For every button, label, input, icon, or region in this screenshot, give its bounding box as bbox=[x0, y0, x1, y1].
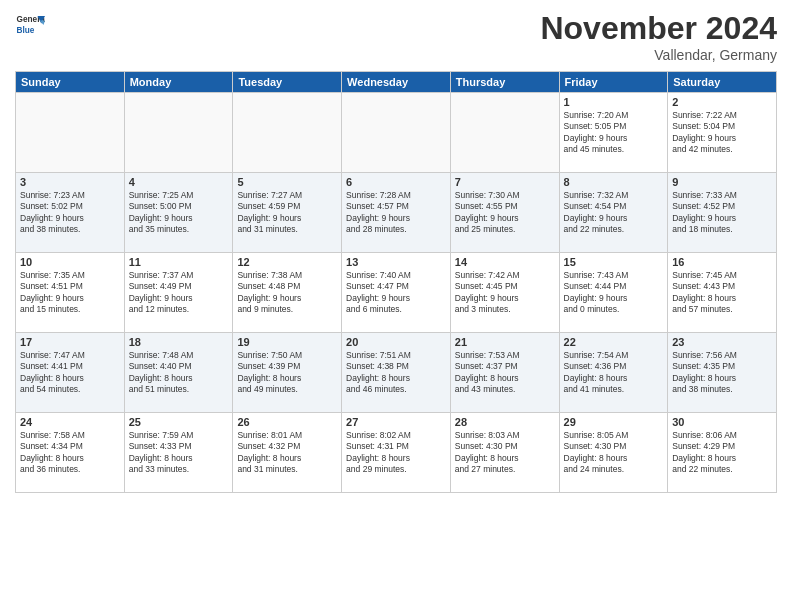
day-info: Sunrise: 7:56 AMSunset: 4:35 PMDaylight:… bbox=[672, 350, 772, 396]
calendar-day bbox=[16, 93, 125, 173]
day-info: Sunrise: 7:33 AMSunset: 4:52 PMDaylight:… bbox=[672, 190, 772, 236]
day-number: 12 bbox=[237, 256, 337, 268]
calendar-day: 13Sunrise: 7:40 AMSunset: 4:47 PMDayligh… bbox=[342, 253, 451, 333]
calendar-day bbox=[233, 93, 342, 173]
calendar-day: 26Sunrise: 8:01 AMSunset: 4:32 PMDayligh… bbox=[233, 413, 342, 493]
weekday-header-friday: Friday bbox=[559, 72, 668, 93]
day-number: 5 bbox=[237, 176, 337, 188]
calendar-day bbox=[342, 93, 451, 173]
calendar-day: 8Sunrise: 7:32 AMSunset: 4:54 PMDaylight… bbox=[559, 173, 668, 253]
svg-text:Blue: Blue bbox=[17, 26, 35, 35]
day-info: Sunrise: 8:05 AMSunset: 4:30 PMDaylight:… bbox=[564, 430, 664, 476]
day-info: Sunrise: 7:48 AMSunset: 4:40 PMDaylight:… bbox=[129, 350, 229, 396]
day-number: 8 bbox=[564, 176, 664, 188]
day-number: 15 bbox=[564, 256, 664, 268]
day-info: Sunrise: 7:47 AMSunset: 4:41 PMDaylight:… bbox=[20, 350, 120, 396]
day-info: Sunrise: 7:35 AMSunset: 4:51 PMDaylight:… bbox=[20, 270, 120, 316]
day-number: 14 bbox=[455, 256, 555, 268]
logo: General Blue bbox=[15, 10, 45, 40]
calendar-week-5: 24Sunrise: 7:58 AMSunset: 4:34 PMDayligh… bbox=[16, 413, 777, 493]
day-number: 6 bbox=[346, 176, 446, 188]
day-number: 22 bbox=[564, 336, 664, 348]
day-number: 10 bbox=[20, 256, 120, 268]
day-info: Sunrise: 7:50 AMSunset: 4:39 PMDaylight:… bbox=[237, 350, 337, 396]
calendar-day: 1Sunrise: 7:20 AMSunset: 5:05 PMDaylight… bbox=[559, 93, 668, 173]
day-info: Sunrise: 7:28 AMSunset: 4:57 PMDaylight:… bbox=[346, 190, 446, 236]
calendar-day: 21Sunrise: 7:53 AMSunset: 4:37 PMDayligh… bbox=[450, 333, 559, 413]
day-info: Sunrise: 7:38 AMSunset: 4:48 PMDaylight:… bbox=[237, 270, 337, 316]
calendar: SundayMondayTuesdayWednesdayThursdayFrid… bbox=[15, 71, 777, 493]
calendar-day: 23Sunrise: 7:56 AMSunset: 4:35 PMDayligh… bbox=[668, 333, 777, 413]
month-title: November 2024 bbox=[540, 10, 777, 47]
calendar-day: 28Sunrise: 8:03 AMSunset: 4:30 PMDayligh… bbox=[450, 413, 559, 493]
calendar-day: 25Sunrise: 7:59 AMSunset: 4:33 PMDayligh… bbox=[124, 413, 233, 493]
weekday-header-tuesday: Tuesday bbox=[233, 72, 342, 93]
calendar-day: 14Sunrise: 7:42 AMSunset: 4:45 PMDayligh… bbox=[450, 253, 559, 333]
day-info: Sunrise: 8:01 AMSunset: 4:32 PMDaylight:… bbox=[237, 430, 337, 476]
day-number: 1 bbox=[564, 96, 664, 108]
calendar-day: 30Sunrise: 8:06 AMSunset: 4:29 PMDayligh… bbox=[668, 413, 777, 493]
day-number: 2 bbox=[672, 96, 772, 108]
day-info: Sunrise: 7:40 AMSunset: 4:47 PMDaylight:… bbox=[346, 270, 446, 316]
header: General Blue November 2024 Vallendar, Ge… bbox=[15, 10, 777, 63]
day-info: Sunrise: 7:54 AMSunset: 4:36 PMDaylight:… bbox=[564, 350, 664, 396]
calendar-week-2: 3Sunrise: 7:23 AMSunset: 5:02 PMDaylight… bbox=[16, 173, 777, 253]
calendar-day: 12Sunrise: 7:38 AMSunset: 4:48 PMDayligh… bbox=[233, 253, 342, 333]
calendar-day bbox=[450, 93, 559, 173]
calendar-day: 2Sunrise: 7:22 AMSunset: 5:04 PMDaylight… bbox=[668, 93, 777, 173]
day-number: 9 bbox=[672, 176, 772, 188]
weekday-header-sunday: Sunday bbox=[16, 72, 125, 93]
day-info: Sunrise: 8:02 AMSunset: 4:31 PMDaylight:… bbox=[346, 430, 446, 476]
day-number: 26 bbox=[237, 416, 337, 428]
day-info: Sunrise: 8:06 AMSunset: 4:29 PMDaylight:… bbox=[672, 430, 772, 476]
day-number: 4 bbox=[129, 176, 229, 188]
calendar-day bbox=[124, 93, 233, 173]
weekday-header-thursday: Thursday bbox=[450, 72, 559, 93]
calendar-day: 11Sunrise: 7:37 AMSunset: 4:49 PMDayligh… bbox=[124, 253, 233, 333]
day-info: Sunrise: 7:53 AMSunset: 4:37 PMDaylight:… bbox=[455, 350, 555, 396]
day-info: Sunrise: 8:03 AMSunset: 4:30 PMDaylight:… bbox=[455, 430, 555, 476]
calendar-day: 22Sunrise: 7:54 AMSunset: 4:36 PMDayligh… bbox=[559, 333, 668, 413]
calendar-day: 27Sunrise: 8:02 AMSunset: 4:31 PMDayligh… bbox=[342, 413, 451, 493]
day-info: Sunrise: 7:45 AMSunset: 4:43 PMDaylight:… bbox=[672, 270, 772, 316]
day-info: Sunrise: 7:51 AMSunset: 4:38 PMDaylight:… bbox=[346, 350, 446, 396]
day-info: Sunrise: 7:27 AMSunset: 4:59 PMDaylight:… bbox=[237, 190, 337, 236]
calendar-week-1: 1Sunrise: 7:20 AMSunset: 5:05 PMDaylight… bbox=[16, 93, 777, 173]
day-number: 29 bbox=[564, 416, 664, 428]
calendar-day: 20Sunrise: 7:51 AMSunset: 4:38 PMDayligh… bbox=[342, 333, 451, 413]
day-info: Sunrise: 7:20 AMSunset: 5:05 PMDaylight:… bbox=[564, 110, 664, 156]
day-info: Sunrise: 7:32 AMSunset: 4:54 PMDaylight:… bbox=[564, 190, 664, 236]
calendar-day: 5Sunrise: 7:27 AMSunset: 4:59 PMDaylight… bbox=[233, 173, 342, 253]
calendar-day: 15Sunrise: 7:43 AMSunset: 4:44 PMDayligh… bbox=[559, 253, 668, 333]
day-info: Sunrise: 7:30 AMSunset: 4:55 PMDaylight:… bbox=[455, 190, 555, 236]
day-info: Sunrise: 7:23 AMSunset: 5:02 PMDaylight:… bbox=[20, 190, 120, 236]
logo-icon: General Blue bbox=[15, 10, 45, 40]
page: General Blue November 2024 Vallendar, Ge… bbox=[0, 0, 792, 612]
day-number: 19 bbox=[237, 336, 337, 348]
day-info: Sunrise: 7:25 AMSunset: 5:00 PMDaylight:… bbox=[129, 190, 229, 236]
day-number: 21 bbox=[455, 336, 555, 348]
day-info: Sunrise: 7:43 AMSunset: 4:44 PMDaylight:… bbox=[564, 270, 664, 316]
day-info: Sunrise: 7:22 AMSunset: 5:04 PMDaylight:… bbox=[672, 110, 772, 156]
calendar-week-4: 17Sunrise: 7:47 AMSunset: 4:41 PMDayligh… bbox=[16, 333, 777, 413]
weekday-header-wednesday: Wednesday bbox=[342, 72, 451, 93]
day-number: 11 bbox=[129, 256, 229, 268]
weekday-header-monday: Monday bbox=[124, 72, 233, 93]
day-number: 30 bbox=[672, 416, 772, 428]
calendar-day: 9Sunrise: 7:33 AMSunset: 4:52 PMDaylight… bbox=[668, 173, 777, 253]
calendar-day: 4Sunrise: 7:25 AMSunset: 5:00 PMDaylight… bbox=[124, 173, 233, 253]
day-number: 16 bbox=[672, 256, 772, 268]
calendar-day: 10Sunrise: 7:35 AMSunset: 4:51 PMDayligh… bbox=[16, 253, 125, 333]
day-info: Sunrise: 7:59 AMSunset: 4:33 PMDaylight:… bbox=[129, 430, 229, 476]
title-section: November 2024 Vallendar, Germany bbox=[540, 10, 777, 63]
day-number: 24 bbox=[20, 416, 120, 428]
calendar-day: 16Sunrise: 7:45 AMSunset: 4:43 PMDayligh… bbox=[668, 253, 777, 333]
calendar-day: 17Sunrise: 7:47 AMSunset: 4:41 PMDayligh… bbox=[16, 333, 125, 413]
weekday-header-saturday: Saturday bbox=[668, 72, 777, 93]
day-number: 28 bbox=[455, 416, 555, 428]
weekday-header-row: SundayMondayTuesdayWednesdayThursdayFrid… bbox=[16, 72, 777, 93]
calendar-day: 24Sunrise: 7:58 AMSunset: 4:34 PMDayligh… bbox=[16, 413, 125, 493]
day-number: 3 bbox=[20, 176, 120, 188]
calendar-day: 29Sunrise: 8:05 AMSunset: 4:30 PMDayligh… bbox=[559, 413, 668, 493]
day-number: 17 bbox=[20, 336, 120, 348]
